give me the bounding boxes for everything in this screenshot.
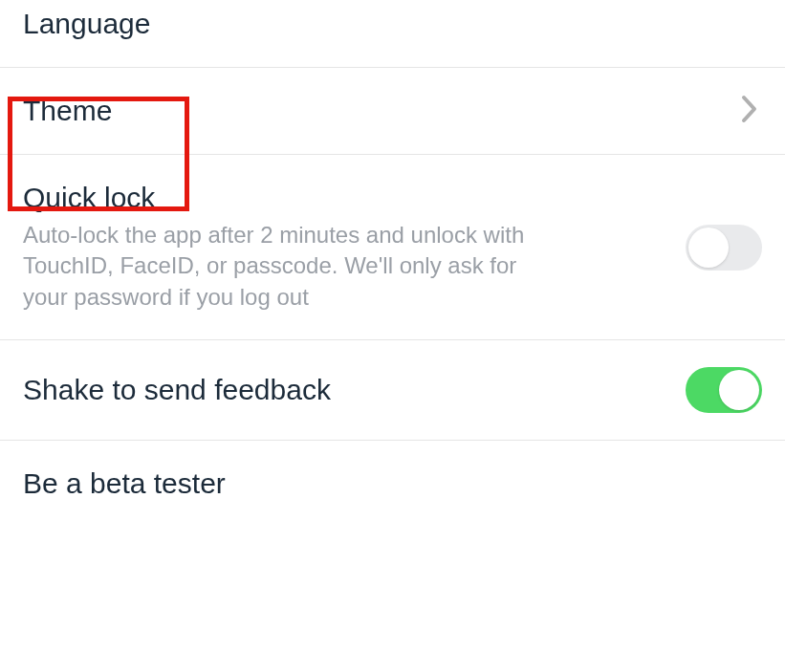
settings-list: Language Theme Quick lock Auto-lock the … xyxy=(0,0,785,527)
settings-item-content: Be a beta tester xyxy=(23,467,762,500)
language-label: Language xyxy=(23,8,762,40)
quick-lock-description: Auto-lock the app after 2 minutes and un… xyxy=(23,220,558,313)
chevron-right-icon xyxy=(741,95,758,127)
settings-item-content: Theme xyxy=(23,95,741,127)
settings-item-content: Quick lock Auto-lock the app after 2 min… xyxy=(23,182,686,313)
shake-feedback-label: Shake to send feedback xyxy=(23,374,686,406)
settings-screen: Language Theme Quick lock Auto-lock the … xyxy=(0,0,785,527)
settings-item-language[interactable]: Language xyxy=(0,0,785,68)
beta-tester-label: Be a beta tester xyxy=(23,467,762,500)
settings-item-theme[interactable]: Theme xyxy=(0,68,785,155)
quick-lock-label: Quick lock xyxy=(23,182,686,214)
settings-item-quick-lock: Quick lock Auto-lock the app after 2 min… xyxy=(0,155,785,340)
quick-lock-toggle[interactable] xyxy=(686,225,762,271)
settings-item-content: Shake to send feedback xyxy=(23,374,686,406)
theme-label: Theme xyxy=(23,95,741,127)
settings-item-beta-tester[interactable]: Be a beta tester xyxy=(0,441,785,527)
shake-feedback-toggle[interactable] xyxy=(686,367,762,413)
settings-item-shake-feedback: Shake to send feedback xyxy=(0,340,785,441)
toggle-knob xyxy=(719,370,759,410)
settings-item-content: Language xyxy=(23,8,762,40)
toggle-knob xyxy=(688,228,729,268)
